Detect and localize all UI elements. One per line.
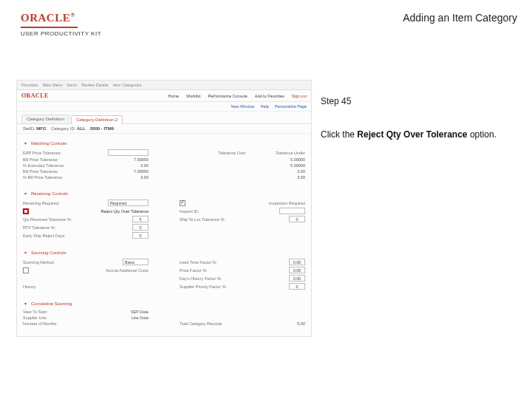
auto-check[interactable] [23,267,29,273]
erp-input[interactable] [108,149,149,156]
section-receiving[interactable]: ▾ Receiving Controls [23,189,305,197]
ext-tol-label: % Extended Tolerance: [23,163,64,168]
section-matching-label: Matching Controls [31,141,66,146]
hist-l: History: [23,284,37,289]
breadcrumb[interactable]: Items [67,83,77,87]
reject-qty-l: Reject Qty Over Tolerance [101,209,149,214]
shipto-input[interactable]: 0 [289,216,305,222]
section-cumulative-label: Cumulative Sourcing [31,301,72,306]
recv-req-l: Receiving Required: [23,201,60,205]
price-l: Price Factor %: [180,268,208,273]
app-screenshot: Favorites Main Menu Items Review Details… [16,80,312,337]
app-oracle-logo: ORACLE [21,92,49,99]
tol-over-h: Tolerance Over [218,151,245,155]
shipto-l: Ship To Loc Tolerance %: [180,217,225,222]
bill-tol-label: Bill Price Tolerance: [23,157,58,162]
lead-l: Lead Time Factor %: [180,260,217,265]
instruction-panel: Step 45 Click the Reject Qty Over Tolera… [321,96,505,140]
sublink[interactable]: Personalize Page [275,104,307,109]
early-l: Early Ship Reject Days: [23,233,66,238]
page-title: Adding an Item Category [403,12,517,24]
breadcrumb[interactable]: Item Categories [113,83,142,87]
section-cumulative[interactable]: ▾ Cumulative Sourcing [23,299,305,307]
reject-qty-over-tolerance-check[interactable] [23,208,29,214]
twisty-icon: ▾ [23,140,28,146]
twisty-icon: ▾ [23,250,28,255]
price-input[interactable]: 0.00 [289,267,305,273]
sup-input[interactable]: 0 [289,283,305,290]
tov2: 3.00 [297,169,305,174]
pct-ext-label: % Bill Price Tolerance: [23,175,64,180]
setid-label: SetID: [23,126,35,131]
oracle-logo: ORACLE® [21,12,102,24]
toplink[interactable]: Add to Favorites [255,94,284,98]
pct-ext-val: 3.00 [140,175,149,180]
breadcrumb[interactable]: Review Details [81,83,108,87]
tov1: 5.00000 [290,157,305,162]
catid-label: Category ID: [51,126,76,131]
breadcrumb[interactable]: Main Menu [43,83,63,87]
qty-tol-l: Qty Received Tolerance %: [23,217,72,222]
cum-months-l: Number of Months: [23,321,58,326]
section-receiving-label: Receiving Controls [31,191,68,196]
early-input[interactable]: 0 [132,232,149,239]
toplink[interactable]: Sign out [292,94,307,98]
twisty-icon: ▾ [23,301,28,306]
instruction-bold: Reject Qty Over Tolerance [357,129,467,140]
bill-pct-label: Bill Price Tolerance: [23,169,58,174]
brand-tm: ® [70,12,75,18]
rtv-input[interactable]: 0 [132,224,149,231]
brand-sub: USER PRODUCTIVITY KIT [21,30,102,37]
tun1: 5.00000 [290,163,305,168]
cum-start-v: SEP Date [131,310,149,314]
cum-start-l: View To Start: [23,310,48,314]
desc-value: 2000 - ITM6 [90,126,114,131]
twisty-icon: ▾ [23,191,28,196]
qty-tol-input[interactable]: 5 [132,216,149,222]
toplink[interactable]: Worklist [186,94,200,98]
sublink[interactable]: Help [261,104,269,109]
sup-l: Supplier Priority Factor %: [180,284,227,289]
bill-tol-val: 7.00000 [134,157,149,162]
tun2: 3.00 [297,175,305,180]
toplink[interactable]: Home [168,94,179,98]
tab-category-def[interactable]: Category Definition [21,115,69,123]
brand-divider [21,27,102,28]
tol-under-h: Tolerance Under [276,151,305,155]
recv-req-select[interactable]: Required [108,200,149,206]
section-sourcing-label: Sourcing Controls [31,250,66,255]
instruction-text: Click the Reject Qty Over Tolerance opti… [321,129,505,140]
toplink[interactable]: Performance Console [208,94,248,98]
tab-strip: Category Definition Category Definition … [17,112,311,124]
bill-pct-val: 7.00000 [134,169,149,174]
src-method-l: Sourcing Method: [23,260,55,265]
app-brandbar: ORACLE Home Worklist Performance Console… [17,90,311,102]
auto-l: Accrue Additional Costs [106,268,149,273]
setid-row: SetID: MFG Category ID: ALL 2000 - ITM6 [17,124,311,134]
insp-req-check[interactable] [180,200,185,206]
tab-category-def2[interactable]: Category Definition 2 [71,115,123,124]
insp-id-input[interactable] [279,208,305,214]
catid-value: ALL [77,126,86,131]
section-matching[interactable]: ▾ Matching Controls [23,139,305,147]
cum-sup-l: Supplier Use: [23,316,47,320]
brand-main: ORACLE [21,12,70,24]
cum-sup-v: Use Date [132,316,149,320]
erp-label: ERP Price Tolerance: [23,151,61,155]
day-l: Day's History Factor %: [180,276,222,281]
day-input[interactable]: 0.00 [289,275,305,282]
instruction-pre: Click the [321,129,357,140]
breadcrumb[interactable]: Favorites [21,83,38,87]
insp-id-l: Inspect ID: [180,209,199,214]
breadcrumb-bar: Favorites Main Menu Items Review Details… [17,81,311,90]
rtv-l: RTV Tolerance %: [23,225,55,230]
sublink[interactable]: New Window [231,104,254,109]
brand: ORACLE® USER PRODUCTIVITY KIT [21,12,102,37]
step-label: Step 45 [321,96,505,106]
lead-input[interactable]: 0.00 [289,259,305,265]
section-sourcing[interactable]: ▾ Sourcing Controls [23,248,305,256]
cum-tot-v: 5.00 [297,321,305,326]
cum-tot-l: Total Category Records [180,321,222,326]
app-subbar: New Window Help Personalize Page [17,102,311,112]
src-method-select[interactable]: Basic [123,259,149,265]
